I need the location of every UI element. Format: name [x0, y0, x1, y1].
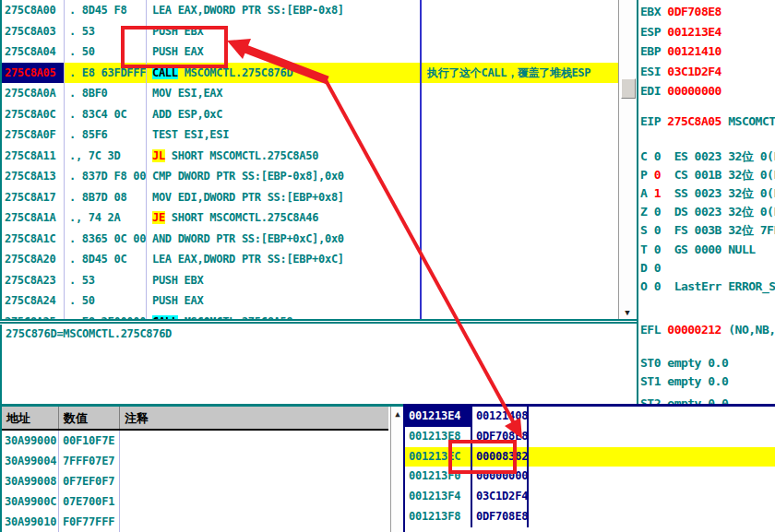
register-name: EIP: [640, 114, 667, 128]
flag-value: 0: [654, 149, 661, 163]
disasm-instruction: MOV EDI,DWORD PTR SS:[EBP+0x8]: [147, 187, 422, 208]
disasm-row[interactable]: 275C8A0C. 83C4 0CADD ESP,0xC: [2, 104, 620, 125]
stack-row[interactable]: 001213F80DF708E8: [405, 507, 775, 527]
disasm-comment: [422, 83, 620, 104]
disasm-address: 275C8A00: [2, 0, 65, 21]
disasm-row[interactable]: 275C8A03. 53PUSH EBX: [2, 21, 620, 42]
disasm-row[interactable]: 275C8A13. 837D F8 00CMP DWORD PTR SS:[EB…: [2, 166, 620, 187]
disasm-instruction: CALL MSCOMCTL.275C876D: [147, 63, 422, 84]
disasm-row[interactable]: 275C8A00. 8D45 F8LEA EAX,DWORD PTR SS:[E…: [2, 0, 620, 21]
stack-pane[interactable]: 001213E400121408001213E80DF708E8001213EC…: [403, 407, 775, 532]
disasm-row[interactable]: 275C8A05. E8 63FDFFFFCALL MSCOMCTL.275C8…: [2, 63, 620, 84]
disassembly-scrollbar[interactable]: ▼: [618, 0, 636, 319]
dump-row[interactable]: 30A990080F7EF0F7: [2, 471, 388, 491]
disasm-bytes: . 8D45 0C: [65, 249, 147, 270]
stack-row[interactable]: 001213E80DF708E8: [405, 427, 775, 447]
dump-comment: [120, 451, 388, 471]
stack-value: 00121408: [472, 407, 529, 427]
dump-comment: [120, 431, 388, 451]
disasm-row[interactable]: 275C8A20. 8D45 0CLEA EAX,DWORD PTR SS:[E…: [2, 249, 620, 270]
register-ebx[interactable]: EBX 0DF708E8: [640, 5, 775, 19]
stack-row[interactable]: 001213EC00008382: [405, 447, 775, 467]
disasm-address: 275C8A1C: [2, 229, 65, 250]
dump-address: 30A99008: [2, 471, 59, 491]
eflags-decoded: (NO,NB,NE,A,NS,PO,GE,G): [721, 323, 775, 337]
flag-value: 0: [654, 168, 661, 182]
disasm-row[interactable]: 275C8A04. 50PUSH EAX: [2, 41, 620, 63]
flag-t[interactable]: T 0 GS 0000 NULL: [640, 242, 775, 257]
disasm-row[interactable]: 275C8A11., 7C 3DJL SHORT MSCOMCTL.275C8A…: [2, 146, 620, 167]
disasm-address: 275C8A05: [2, 63, 65, 84]
dump-row[interactable]: 30A9900C07E700F1: [2, 491, 388, 512]
fpu-register-st0[interactable]: ST0 empty 0.0: [640, 356, 775, 371]
stack-row[interactable]: 001213F000000000: [405, 467, 775, 487]
disasm-instruction: PUSH EAX: [147, 41, 422, 63]
segment-info: CS 001B 32位 0(FFFFFFFF): [661, 168, 775, 182]
disasm-row[interactable]: 275C8A1C. 8365 0C 00AND DWORD PTR SS:[EB…: [2, 229, 620, 250]
register-efl[interactable]: EFL 00000212 (NO,NB,NE,A,NS,PO,GE,G): [640, 323, 775, 337]
dump-address: 30A9900C: [2, 491, 59, 512]
stack-value: 03C1D2F4: [472, 487, 529, 507]
disasm-row[interactable]: 275C8A0A. 8BF0MOV ESI,EAX: [2, 83, 620, 104]
dump-address: 30A99000: [2, 431, 59, 451]
disasm-row[interactable]: 275C8A17. 8B7D 08MOV EDI,DWORD PTR SS:[E…: [2, 187, 620, 208]
scroll-down-arrow-icon[interactable]: ▼: [619, 309, 636, 317]
flag-p[interactable]: P 0 CS 001B 32位 0(FFFFFFFF): [640, 168, 775, 183]
dump-scrollbar[interactable]: ▲: [390, 407, 403, 532]
flag-o[interactable]: O 0 LastErr ERROR_SUCCESS: [640, 279, 775, 294]
flag-letter: P: [640, 168, 654, 182]
disasm-comment: [422, 187, 620, 208]
flag-a[interactable]: A 1 SS 0023 32位 0(FFFFFFFF): [640, 186, 775, 201]
disasm-row[interactable]: 275C8A23. 53PUSH EBX: [2, 270, 620, 291]
register-esp[interactable]: ESP 001213E4: [640, 25, 775, 40]
disasm-bytes: . 837D F8 00: [65, 166, 147, 187]
dump-row[interactable]: 30A99010F0F77FFF: [2, 512, 388, 532]
mnemonic-highlight: CALL: [152, 66, 178, 79]
flag-c[interactable]: C 0 ES 0023 32位 0(FFFFFFFF): [640, 149, 775, 164]
flag-z[interactable]: Z 0 DS 0023 32位 0(FFFFFFFF): [640, 205, 775, 219]
register-value: 00121410: [667, 44, 721, 58]
disasm-comment: [422, 207, 620, 229]
stack-address: 001213E8: [405, 427, 472, 447]
segment-info: ES 0023 32位 0(FFFFFFFF): [661, 149, 775, 163]
stack-value: 00000000: [472, 467, 529, 487]
memory-dump-pane[interactable]: 地址 数值 注释 30A9900000F10F7E30A990047FFF07E…: [0, 407, 403, 532]
disasm-address: 275C8A23: [2, 270, 65, 291]
registers-pane[interactable]: EBX 0DF708E8ESP 001213E4EBP 00121410ESI …: [640, 0, 775, 404]
dump-header-row: 地址 数值 注释: [2, 407, 388, 431]
disasm-row[interactable]: 275C8A1A., 74 2AJE SHORT MSCOMCTL.275C8A…: [2, 207, 620, 229]
stack-row[interactable]: 001213F403C1D2F4: [405, 487, 775, 507]
fpu-register-st2[interactable]: ST2 empty 0.0: [640, 396, 775, 404]
register-ebp[interactable]: EBP 00121410: [640, 44, 775, 59]
register-eip[interactable]: EIP 275C8A05 MSCOMCTL.275C8A05: [640, 114, 775, 129]
disasm-row[interactable]: 275C8A0F. 85F6TEST ESI,ESI: [2, 124, 620, 146]
stack-address: 001213E4: [405, 407, 472, 427]
register-name: EFL: [640, 323, 667, 337]
mnemonic-highlight: JE: [152, 211, 165, 224]
disasm-bytes: ., 7C 3D: [65, 146, 147, 167]
dump-row[interactable]: 30A9900000F10F7E: [2, 431, 388, 451]
scrollbar-thumb[interactable]: [621, 78, 636, 99]
stack-value: 0DF708E8: [472, 427, 529, 447]
fpu-register-st1[interactable]: ST1 empty 0.0: [640, 374, 775, 389]
dump-header-value: 数值: [59, 407, 120, 429]
disasm-instruction: PUSH EBX: [147, 21, 422, 42]
segment-info: GS 0000 NULL: [661, 242, 756, 256]
disasm-address: 275C8A17: [2, 187, 65, 208]
disasm-comment: [422, 270, 620, 291]
disasm-address: 275C8A24: [2, 290, 65, 312]
dump-comment: [120, 491, 388, 512]
register-edi[interactable]: EDI 00000000: [640, 84, 775, 99]
scroll-up-arrow-icon[interactable]: ▲: [391, 410, 403, 419]
segment-info: LastErr ERROR_SUCCESS: [661, 279, 775, 293]
disassembly-pane[interactable]: 275C8A00. 8D45 F8LEA EAX,DWORD PTR SS:[E…: [0, 0, 620, 319]
disasm-row[interactable]: 275C8A24. 50PUSH EAX: [2, 290, 620, 312]
stack-row[interactable]: 001213E400121408: [405, 407, 775, 427]
flag-d[interactable]: D 0: [640, 261, 775, 276]
register-esi[interactable]: ESI 03C1D2F4: [640, 65, 775, 79]
stack-address: 001213F0: [405, 467, 472, 487]
disasm-row[interactable]: 275C8A25. E8 2F000000CALL MSCOMCTL.275C8…: [2, 312, 620, 320]
dump-row[interactable]: 30A990047FFF07E7: [2, 451, 388, 471]
disasm-address: 275C8A04: [2, 41, 65, 63]
flag-s[interactable]: S 0 FS 003B 32位 7FFDE000(FFF): [640, 223, 775, 238]
